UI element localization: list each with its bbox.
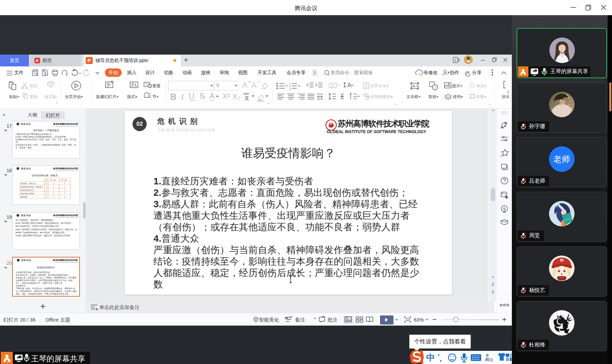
svg-text:1: 1	[454, 58, 456, 62]
svg-text:中: 中	[426, 353, 435, 363]
svg-text:,: ,	[440, 354, 442, 363]
svg-text:X²: X²	[223, 92, 230, 100]
svg-text:A: A	[412, 84, 415, 89]
svg-text:I: I	[181, 93, 184, 101]
svg-text:3: 3	[289, 88, 291, 91]
svg-text:AB: AB	[330, 84, 334, 87]
svg-text:X₂: X₂	[232, 92, 240, 100]
svg-text:°: °	[437, 353, 440, 360]
svg-text:wén: wén	[243, 92, 249, 95]
svg-text:27: 27	[489, 359, 492, 362]
svg-text:A: A	[209, 92, 215, 100]
svg-text:U: U	[189, 92, 195, 100]
svg-text:文: 文	[244, 95, 249, 101]
svg-text:B: B	[170, 92, 176, 101]
